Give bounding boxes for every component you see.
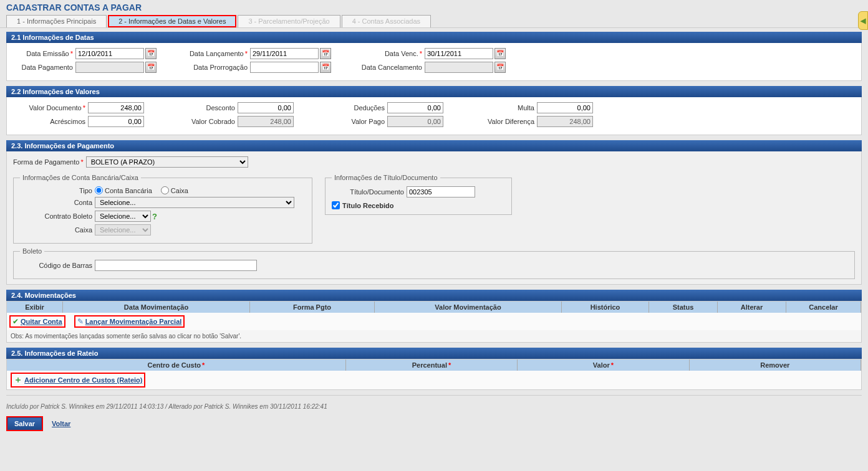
calendar-icon[interactable] [145, 62, 157, 73]
label-deducoes: Deduções [312, 104, 387, 112]
plus-icon: ＋ [14, 374, 22, 386]
col-forma-pgto: Forma Pgto [250, 302, 375, 313]
valor-documento-input[interactable] [88, 102, 144, 113]
calendar-icon[interactable] [320, 48, 331, 59]
pencil-icon: ✎ [77, 317, 84, 326]
acrescimos-input[interactable] [88, 116, 144, 127]
calendar-icon[interactable] [145, 48, 157, 59]
legend-titulo-documento: Informações de Título/Documento [332, 174, 440, 181]
label-data-pagamento: Data Pagamento [13, 64, 75, 71]
desconto-input[interactable] [238, 102, 294, 113]
obs-movimentacoes: Obs: As movimentações lançadas somente s… [7, 330, 861, 342]
valor-cobrado-input [238, 116, 294, 127]
label-desconto: Desconto [163, 104, 238, 112]
calendar-icon[interactable] [494, 62, 506, 73]
tab-1-principais[interactable]: 1 - Informações Principais [6, 15, 107, 27]
section-25-header: 2.5. Informações de Rateio [6, 348, 862, 359]
footer-audit-info: Incluído por Patrick S. Winnikes em 29/1… [6, 398, 862, 416]
conta-select[interactable]: Selecione... [95, 197, 294, 208]
codigo-barras-input[interactable] [95, 260, 257, 271]
help-icon[interactable]: ? [152, 212, 157, 221]
fieldset-conta-bancaria: Informações de Conta Bancária/Caixa Tipo… [13, 174, 312, 244]
rateio-header-row: Centro de Custo* Percentual* Valor* Remo… [7, 359, 861, 371]
quitar-conta-link[interactable]: ✔Quitar Conta [9, 315, 65, 328]
radio-conta-bancaria[interactable]: Conta Bancária [95, 186, 152, 194]
valor-diferenca-input [537, 116, 593, 127]
col-cancelar: Cancelar [786, 302, 861, 313]
lancar-mov-parcial-link[interactable]: ✎Lançar Movimentação Parcial [74, 315, 185, 328]
movimentacoes-header-row: Exibir Data Movimentação Forma Pgto Valo… [7, 302, 861, 313]
data-pagamento-input [75, 62, 144, 73]
data-venc-input[interactable] [425, 48, 493, 59]
data-lancamento-input[interactable] [250, 48, 319, 59]
side-expand-icon[interactable]: ◀ [858, 11, 868, 30]
col-status: Status [649, 302, 718, 313]
label-forma-pagamento: Forma de Pagamento* [13, 158, 86, 166]
calendar-icon[interactable] [494, 48, 506, 59]
col-data-mov: Data Movimentação [63, 302, 250, 313]
col-centro-custo: Centro de Custo* [7, 359, 346, 371]
section-24-header: 2.4. Movimentações [6, 290, 862, 301]
label-data-emissao: Data Emissão* [13, 50, 75, 57]
radio-caixa[interactable]: Caixa [161, 186, 188, 194]
check-icon: ✔ [12, 317, 19, 326]
tab-3-parcelamento[interactable]: 3 - Parcelamento/Projeção [238, 15, 340, 27]
section-23-header: 2.3. Informações de Pagamento [6, 140, 862, 151]
multa-input[interactable] [537, 102, 593, 113]
label-titulo-recebido: Título Recebido [342, 202, 394, 209]
label-titulo-documento: Título/Documento [332, 188, 407, 196]
data-cancelamento-input [425, 62, 493, 73]
fieldset-titulo-documento: Informações de Título/Documento Título/D… [325, 174, 512, 215]
calendar-icon[interactable] [320, 62, 331, 73]
col-valor-mov: Valor Movimentação [375, 302, 562, 313]
caixa-select: Selecione... [95, 224, 151, 236]
salvar-button[interactable]: Salvar [7, 417, 42, 430]
col-remover: Remover [690, 359, 861, 371]
label-caixa: Caixa [20, 226, 95, 234]
section-21-header: 2.1 Informações de Datas [6, 32, 862, 43]
valor-pago-input [387, 116, 443, 127]
voltar-link[interactable]: Voltar [52, 420, 70, 427]
tab-4-contas-associadas[interactable]: 4 - Contas Associadas [342, 15, 431, 27]
label-valor-diferenca: Valor Diferença [462, 118, 537, 125]
section-22-header: 2.2 Informações de Valores [6, 86, 862, 97]
data-emissao-input[interactable] [75, 48, 144, 59]
titulo-documento-input[interactable] [407, 186, 475, 197]
page-title: CADASTRAR CONTAS A PAGAR [0, 0, 868, 15]
tabs: 1 - Informações Principais 2 - Informaçõ… [0, 15, 868, 28]
fieldset-boleto: Boleto Código de Barras [13, 247, 855, 279]
legend-boleto: Boleto [20, 247, 44, 255]
deducoes-input[interactable] [387, 102, 443, 113]
label-codigo-barras: Código de Barras [20, 262, 95, 269]
label-contrato-boleto: Contrato Boleto [20, 212, 95, 220]
col-percentual: Percentual* [346, 359, 518, 371]
label-data-prorrogacao: Data Prorrogação [175, 64, 250, 71]
label-conta: Conta [20, 199, 95, 206]
col-exibir: Exibir [7, 302, 63, 313]
label-multa: Multa [462, 104, 537, 112]
label-tipo: Tipo [20, 187, 95, 194]
forma-pagamento-select[interactable]: BOLETO (A PRAZO) [86, 156, 248, 168]
data-prorrogacao-input[interactable] [250, 62, 319, 73]
label-acrescimos: Acréscimos [13, 118, 88, 125]
tab-2-datas-valores[interactable]: 2 - Informações de Datas e Valores [108, 15, 236, 27]
col-valor: Valor* [518, 359, 689, 371]
adicionar-centro-custos-link[interactable]: ＋Adicionar Centro de Custos (Rateio) [11, 373, 145, 388]
titulo-recebido-checkbox[interactable] [332, 201, 340, 209]
col-historico: Histórico [562, 302, 649, 313]
label-valor-cobrado: Valor Cobrado [163, 118, 238, 125]
contrato-boleto-select[interactable]: Selecione... [95, 211, 151, 222]
legend-conta-bancaria: Informações de Conta Bancária/Caixa [20, 174, 141, 181]
label-valor-pago: Valor Pago [312, 118, 387, 125]
label-data-venc: Data Venc.* [350, 50, 425, 57]
label-data-cancelamento: Data Cancelamento [350, 64, 425, 71]
col-alterar: Alterar [718, 302, 786, 313]
label-data-lancamento: Data Lançamento* [175, 50, 250, 57]
label-valor-documento: Valor Documento* [13, 104, 88, 112]
